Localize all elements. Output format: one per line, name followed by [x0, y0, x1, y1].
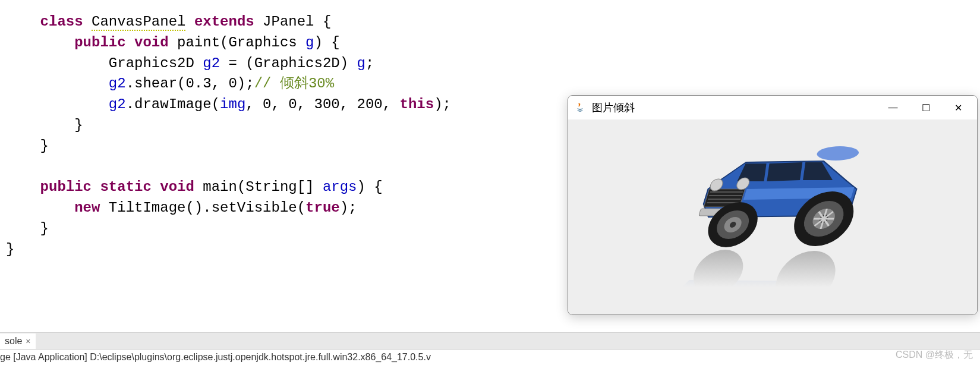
code-token: public static void: [40, 179, 203, 195]
svg-point-0: [815, 146, 861, 161]
window-controls: — ☐ ✕: [877, 96, 975, 119]
watermark: CSDN @终极，无: [896, 349, 973, 361]
close-icon[interactable]: ×: [26, 336, 30, 346]
code-token: class: [40, 14, 92, 30]
maximize-button[interactable]: ☐: [909, 96, 942, 119]
java-icon: [574, 102, 586, 114]
console-tab-bar: sole ×: [0, 333, 980, 350]
close-button[interactable]: ✕: [942, 96, 975, 119]
code-token: new: [74, 200, 109, 216]
svg-rect-23: [648, 251, 861, 287]
code-token: JPanel {: [263, 14, 331, 30]
code-token: g2: [109, 96, 126, 112]
code-token: g: [357, 55, 365, 71]
code-token: main(String[]: [203, 179, 323, 195]
window-title: 图片倾斜: [592, 100, 877, 115]
code-token: this: [400, 96, 434, 112]
code-token: g: [305, 34, 314, 51]
code-token: true: [305, 200, 340, 216]
minimize-button[interactable]: —: [877, 96, 909, 119]
code-token: extends: [194, 14, 263, 30]
java-app-window: 图片倾斜 — ☐ ✕: [568, 95, 978, 315]
window-content: [568, 119, 977, 314]
window-titlebar[interactable]: 图片倾斜 — ☐ ✕: [568, 96, 977, 119]
code-token: public void: [74, 34, 177, 51]
code-token: img: [220, 96, 245, 112]
code-token: g2: [109, 75, 126, 92]
code-token: CanvasPanel: [92, 14, 185, 31]
console-tab-label: sole: [5, 336, 22, 347]
code-token: args: [323, 179, 357, 195]
code-token: // 倾斜30%: [254, 75, 334, 92]
tilted-car-image: [647, 133, 897, 290]
code-token: paint(Graphics: [177, 34, 305, 51]
bottom-panel: sole × ge [Java Application] D:\eclipse\…: [0, 332, 980, 365]
console-tab[interactable]: sole ×: [0, 333, 36, 349]
console-output: ge [Java Application] D:\eclipse\plugins…: [0, 350, 980, 365]
code-token: g2: [203, 55, 220, 71]
